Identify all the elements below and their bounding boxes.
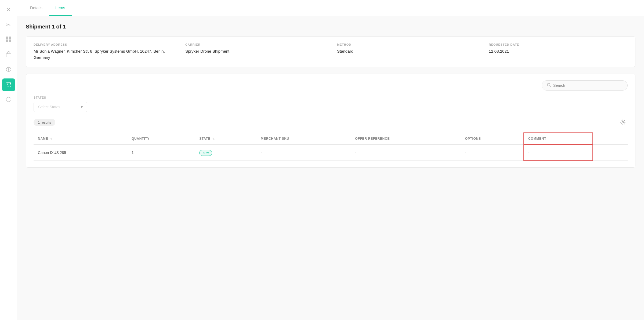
states-section: STATES Select States ▾ — [34, 96, 628, 112]
search-icon — [547, 83, 551, 88]
td-name: Canon IXUS 285 — [34, 145, 127, 161]
states-label: STATES — [34, 96, 628, 99]
shop-icon — [6, 51, 12, 59]
items-table-container: NAME ⇅ QUANTITY STATE ⇅ MERCHA — [34, 132, 628, 161]
layout-icon — [6, 36, 12, 44]
svg-rect-4 — [6, 54, 11, 57]
method-value: Standard — [337, 48, 476, 55]
tab-details[interactable]: Details — [24, 0, 49, 16]
sidebar-cube[interactable] — [2, 94, 15, 106]
results-badge: 1 results — [34, 119, 55, 126]
cart-icon — [6, 81, 12, 89]
sidebar-close[interactable]: ✕ — [2, 3, 15, 16]
cube-icon — [6, 96, 12, 104]
sidebar: ✕ ✂ — [0, 0, 17, 320]
close-icon: ✕ — [6, 6, 11, 13]
svg-point-8 — [622, 121, 624, 123]
more-options-button[interactable]: ⋮ — [597, 150, 623, 156]
sidebar-cart[interactable] — [2, 78, 15, 91]
table-header-row: NAME ⇅ QUANTITY STATE ⇅ MERCHA — [34, 133, 628, 145]
requested-date-value: 12.08.2021 — [489, 48, 628, 55]
content-area: Shipment 1 of 1 DELIVERY ADDRESS Mr Soni… — [17, 16, 644, 320]
th-options: OPTIONS — [461, 133, 524, 145]
svg-rect-0 — [6, 37, 8, 39]
td-offer-reference: - — [351, 145, 461, 161]
states-select[interactable]: Select States ▾ — [34, 102, 87, 112]
th-offer-reference: OFFER REFERENCE — [351, 133, 461, 145]
th-comment: COMMENT — [524, 133, 593, 145]
sort-state-icon: ⇅ — [212, 137, 215, 140]
search-row — [34, 80, 628, 91]
delivery-address-section: DELIVERY ADDRESS Mr Sonia Wagner, Kirnch… — [34, 43, 172, 60]
method-label: METHOD — [337, 43, 476, 46]
th-merchant-sku: MERCHANT SKU — [256, 133, 351, 145]
search-input[interactable] — [553, 83, 623, 88]
delivery-address-value: Mr Sonia Wagner, Kirncher Str. 8, Spryke… — [34, 48, 172, 60]
settings-button[interactable] — [618, 117, 628, 127]
svg-rect-1 — [9, 37, 11, 39]
state-badge: new — [199, 150, 212, 156]
svg-rect-3 — [9, 39, 11, 42]
delivery-info-card: DELIVERY ADDRESS Mr Sonia Wagner, Kirnch… — [26, 36, 635, 67]
main-content: Details Items Shipment 1 of 1 DELIVERY A… — [17, 0, 644, 320]
th-quantity: QUANTITY — [127, 133, 195, 145]
th-name[interactable]: NAME ⇅ — [34, 133, 127, 145]
td-more[interactable]: ⋮ — [593, 145, 628, 161]
tab-bar: Details Items — [17, 0, 644, 16]
svg-point-5 — [8, 86, 8, 87]
chevron-down-icon: ▾ — [81, 105, 83, 109]
td-merchant-sku: - — [256, 145, 351, 161]
carrier-label: CARRIER — [185, 43, 324, 46]
th-state[interactable]: STATE ⇅ — [195, 133, 256, 145]
sort-name-icon: ⇅ — [50, 137, 53, 140]
td-quantity: 1 — [127, 145, 195, 161]
filter-card: STATES Select States ▾ 1 results — [26, 74, 635, 168]
scissors-icon: ✂ — [6, 21, 11, 28]
svg-point-6 — [10, 86, 10, 87]
sidebar-shop[interactable] — [2, 48, 15, 61]
shipment-title: Shipment 1 of 1 — [26, 24, 635, 30]
sidebar-layout[interactable] — [2, 33, 15, 46]
search-box[interactable] — [542, 80, 628, 91]
carrier-value: Spryker Drone Shipment — [185, 48, 324, 55]
method-section: METHOD Standard — [337, 43, 476, 60]
sidebar-box[interactable] — [2, 63, 15, 76]
requested-date-section: REQUESTED DATE 12.08.2021 — [489, 43, 628, 60]
table-row: Canon IXUS 285 1 new - - - - ⋮ — [34, 145, 628, 161]
td-comment: - — [524, 145, 593, 161]
delivery-address-label: DELIVERY ADDRESS — [34, 43, 172, 46]
items-table: NAME ⇅ QUANTITY STATE ⇅ MERCHA — [34, 132, 628, 161]
states-placeholder: Select States — [38, 105, 60, 109]
results-row: 1 results — [34, 117, 628, 127]
sidebar-scissors[interactable]: ✂ — [2, 18, 15, 31]
carrier-section: CARRIER Spryker Drone Shipment — [185, 43, 324, 60]
svg-rect-2 — [6, 39, 8, 42]
td-state: new — [195, 145, 256, 161]
requested-date-label: REQUESTED DATE — [489, 43, 628, 46]
td-options: - — [461, 145, 524, 161]
tab-items[interactable]: Items — [49, 0, 72, 16]
box-icon — [6, 66, 12, 74]
